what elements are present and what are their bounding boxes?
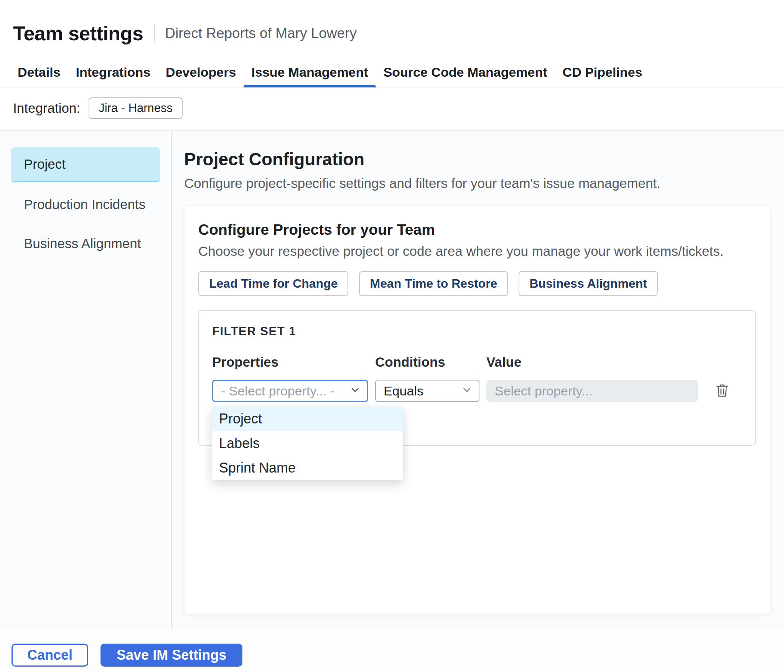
tab-developers[interactable]: Developers xyxy=(158,58,244,87)
save-im-settings-button[interactable]: Save IM Settings xyxy=(100,644,242,667)
sidebar-item-business-alignment[interactable]: Business Alignment xyxy=(11,227,160,260)
integration-chip[interactable]: Jira - Harness xyxy=(89,97,183,119)
page-header: Team settings Direct Reports of Mary Low… xyxy=(0,0,784,58)
conditions-select-value: Equals xyxy=(384,384,423,399)
tab-details[interactable]: Details xyxy=(10,58,68,87)
conditions-select[interactable]: Equals xyxy=(375,380,479,402)
section-title: Project Configuration xyxy=(184,149,770,170)
properties-select[interactable]: - Select property... - xyxy=(212,380,368,402)
content-area: Project Production Incidents Business Al… xyxy=(0,131,784,629)
dropdown-option-sprint-name[interactable]: Sprint Name xyxy=(212,456,403,480)
chip-business-alignment[interactable]: Business Alignment xyxy=(519,271,657,296)
tab-bar: Details Integrations Developers Issue Ma… xyxy=(0,58,784,87)
column-header-value: Value xyxy=(486,354,698,370)
properties-dropdown-menu: Project Labels Sprint Name xyxy=(212,407,403,480)
chevron-down-icon xyxy=(461,384,473,397)
page-title: Team settings xyxy=(13,22,143,45)
tab-source-code-management[interactable]: Source Code Management xyxy=(376,58,555,87)
filter-set-1: FILTER SET 1 Properties Conditions Value… xyxy=(198,310,756,446)
sidebar-item-production-incidents[interactable]: Production Incidents xyxy=(11,188,160,221)
dropdown-option-project[interactable]: Project xyxy=(212,407,403,431)
cancel-button[interactable]: Cancel xyxy=(12,644,88,667)
trash-icon xyxy=(714,394,731,400)
chip-lead-time-for-change[interactable]: Lead Time for Change xyxy=(198,271,348,296)
column-header-conditions: Conditions xyxy=(375,354,479,370)
chip-mean-time-to-restore[interactable]: Mean Time to Restore xyxy=(359,271,508,296)
tab-integrations[interactable]: Integrations xyxy=(68,58,158,87)
integration-row: Integration: Jira - Harness xyxy=(0,87,784,130)
properties-select-placeholder: - Select property... - xyxy=(221,384,334,399)
filter-set-title: FILTER SET 1 xyxy=(212,324,742,338)
sidebar-item-project[interactable]: Project xyxy=(11,147,160,182)
settings-sidebar: Project Production Incidents Business Al… xyxy=(0,131,172,629)
page-subtitle: Direct Reports of Mary Lowery xyxy=(154,24,357,43)
column-header-properties: Properties xyxy=(212,354,368,370)
tab-cd-pipelines[interactable]: CD Pipelines xyxy=(555,58,650,87)
card-subtitle: Choose your respective project or code a… xyxy=(198,244,756,259)
section-subtitle: Configure project-specific settings and … xyxy=(184,176,770,191)
value-input[interactable] xyxy=(486,380,698,402)
integration-label: Integration: xyxy=(13,100,80,116)
configure-projects-card: Configure Projects for your Team Choose … xyxy=(184,206,770,614)
chevron-down-icon xyxy=(349,384,361,397)
card-title: Configure Projects for your Team xyxy=(198,221,756,238)
delete-filter-button[interactable] xyxy=(713,382,731,400)
tab-issue-management[interactable]: Issue Management xyxy=(244,58,376,87)
dropdown-option-labels[interactable]: Labels xyxy=(212,431,403,456)
footer-action-bar: Cancel Save IM Settings xyxy=(0,629,784,672)
filter-grid: Properties Conditions Value - Select pro… xyxy=(212,354,742,402)
main-panel: Project Configuration Configure project-… xyxy=(172,131,784,629)
metric-chip-row: Lead Time for Change Mean Time to Restor… xyxy=(198,271,756,296)
